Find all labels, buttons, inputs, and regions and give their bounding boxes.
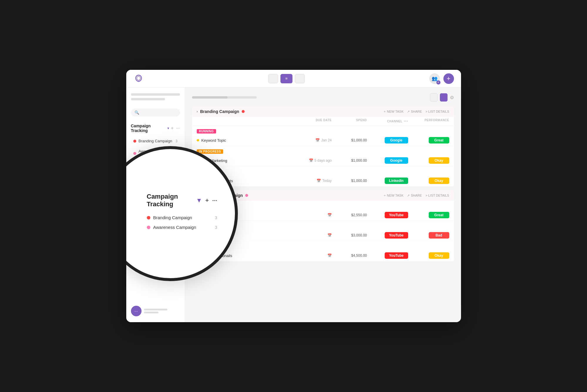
chat-icon[interactable]: ··· — [131, 306, 142, 316]
circle-dot-branding — [147, 216, 150, 219]
circle-add-button[interactable]: + — [205, 197, 209, 204]
task-row-keyword[interactable]: Keyword Topic 📅 Jan 24 $1,000.00 Google … — [192, 135, 454, 146]
sidebar-item-branding[interactable]: Branding Campaign 3 — [131, 136, 180, 146]
perf-badge-business: Okay — [429, 178, 449, 184]
circle-dot-awareness — [147, 226, 150, 229]
calendar-icon-seo: 📅 — [309, 158, 313, 163]
section-chevron-icon[interactable]: ▾ — [167, 126, 169, 130]
due-date-business: Today — [322, 179, 332, 183]
header: ≡ 👥 + + — [126, 70, 461, 87]
view-btn-list[interactable]: ≡ — [280, 74, 293, 83]
task-spend-seo: $1,000.00 — [332, 158, 367, 163]
share-branding[interactable]: ↗ SHARE — [407, 110, 422, 114]
channel-header: CHANNEL ··· — [367, 119, 408, 124]
task-spend-thumbnails: $4,500.00 — [332, 254, 367, 258]
branding-dot — [133, 140, 136, 143]
share-awareness[interactable]: ↗ SHARE — [407, 194, 422, 197]
list-details-awareness[interactable]: > LIST DETAILS — [425, 194, 449, 197]
task-spend-keyword: $1,000.00 — [332, 138, 367, 142]
calendar-icon-keyword: 📅 — [315, 138, 320, 142]
badge-running: RUNNING — [197, 129, 216, 134]
avatar-group[interactable]: 👥 + — [429, 73, 440, 84]
add-button[interactable]: + — [443, 73, 454, 84]
circle-title-text: Campaign Tracking — [147, 193, 195, 208]
section-title: Campaign Tracking — [131, 124, 166, 133]
col-due-date: DUE DATE — [291, 119, 332, 124]
channel-label: CHANNEL — [387, 120, 402, 123]
task-due-seo: 📅 5 days ago — [291, 158, 332, 163]
col-channel: CHANNEL ··· — [367, 119, 408, 124]
sidebar-footer: ··· — [131, 306, 180, 316]
campaign-awareness-dot — [245, 194, 248, 197]
list-icon: ≡ — [285, 76, 288, 81]
more-options-button[interactable]: ··· — [176, 126, 180, 131]
channel-badge-seo: Google — [385, 157, 408, 164]
footer-line-1 — [144, 309, 167, 310]
task-channel-keyword: Google — [367, 137, 408, 143]
circle-item-branding[interactable]: Branding Campaign 3 — [147, 215, 217, 220]
add-campaign-button[interactable]: + — [171, 126, 174, 131]
task-due-yt-seo: 📅 — [291, 233, 332, 237]
task-perf-business: Okay — [408, 178, 449, 184]
task-row-seo[interactable]: SEO Marketing 📅 5 days ago $1,000.00 Goo… — [192, 155, 454, 166]
view-btn-1[interactable] — [268, 74, 278, 83]
add-member-icon: + — [436, 80, 440, 85]
status-group-running-branding: RUNNING — [192, 126, 454, 135]
content-top-right: ⚙ — [430, 93, 454, 102]
campaign-branding-name: Branding Campaign — [200, 109, 239, 114]
perf-badge-thumbnails: Okay — [429, 252, 449, 259]
task-channel-yt-seo: YouTube — [367, 232, 408, 239]
task-channel-thumbnails: YouTube — [367, 252, 408, 259]
circle-count-awareness: 3 — [215, 225, 217, 230]
col-spend: SPEND — [332, 119, 367, 124]
calendar-icon-business: 📅 — [317, 179, 321, 183]
calendar-icon-thumbnails: 📅 — [327, 254, 332, 258]
task-due-yt-ads: 📅 — [291, 213, 332, 217]
list-details-branding[interactable]: > LIST DETAILS — [425, 110, 449, 113]
new-task-awareness[interactable]: + NEW TASK — [384, 194, 403, 197]
campaign-toggle-branding[interactable]: › — [197, 109, 198, 114]
campaign-branding-actions: + NEW TASK ↗ SHARE > LIST DETAILS — [384, 110, 449, 114]
due-date-keyword: Jan 24 — [321, 138, 332, 142]
calendar-icon-yt-ads: 📅 — [327, 213, 332, 217]
header-right: 👥 + + — [429, 73, 454, 84]
task-spend-yt-ads: $2,550.00 — [332, 213, 367, 217]
status-group-inprogress-branding: IN PROGRESS — [192, 146, 454, 155]
circle-chevron-icon[interactable]: ▾ — [197, 197, 201, 204]
awareness-dot — [133, 152, 136, 155]
circle-label-awareness: Awareness Campaign — [153, 225, 212, 230]
circle-more-button[interactable]: ··· — [212, 197, 217, 204]
task-row-thumbnails[interactable]: Better Thumbnails 📅 $4,500.00 YouTube Ok… — [192, 250, 454, 261]
app-window: ≡ 👥 + + 🔍 Campaign Tracking ▾ — [126, 70, 461, 322]
footer-line-2 — [144, 312, 159, 313]
circle-item-awareness[interactable]: Awareness Campaign 3 — [147, 225, 217, 230]
new-task-branding[interactable]: + NEW TASK — [384, 110, 403, 113]
progress-bar — [192, 96, 257, 99]
view-btn-3[interactable] — [295, 74, 305, 83]
people-icon: 👥 — [432, 76, 438, 81]
campaign-awareness-actions: + NEW TASK ↗ SHARE > LIST DETAILS — [384, 194, 449, 197]
col-task — [197, 119, 291, 124]
due-date-seo: 5 days ago — [314, 158, 332, 163]
share-icon-branding: ↗ — [407, 110, 410, 114]
perf-badge-seo: Okay — [429, 157, 449, 164]
task-dot-keyword — [197, 139, 199, 141]
settings-icon[interactable]: ⚙ — [450, 95, 454, 100]
view-toggle-2[interactable] — [440, 93, 448, 102]
plus-icon-awareness: + — [384, 194, 386, 197]
perf-badge-yt-seo: Bad — [429, 232, 449, 239]
share-icon-awareness: ↗ — [407, 194, 410, 197]
logo[interactable] — [133, 73, 144, 84]
search-box[interactable]: 🔍 — [131, 109, 180, 116]
channel-badge-thumbnails: YouTube — [385, 252, 408, 259]
view-toggle-1[interactable] — [430, 93, 438, 102]
search-icon: 🔍 — [134, 110, 139, 115]
task-name-cell-keyword: Keyword Topic — [197, 138, 291, 143]
task-spend-yt-seo: $3,000.00 — [332, 233, 367, 237]
task-channel-yt-ads: YouTube — [367, 212, 408, 218]
task-perf-yt-ads: Great — [408, 212, 449, 218]
task-perf-yt-seo: Bad — [408, 232, 449, 239]
task-channel-seo: Google — [367, 157, 408, 164]
chat-dots: ··· — [134, 309, 138, 313]
more-columns-icon[interactable]: ··· — [404, 119, 408, 124]
